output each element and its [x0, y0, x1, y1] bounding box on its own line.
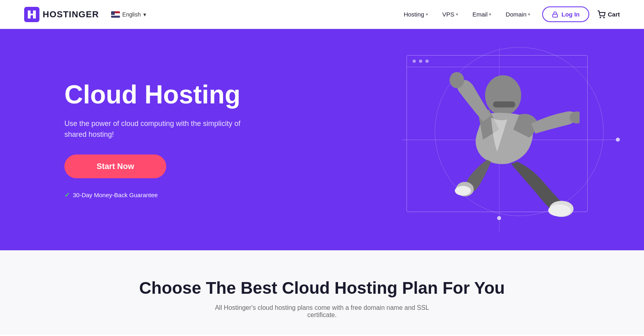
person-illustration [411, 59, 580, 240]
nav-link-domain[interactable]: Domain ▾ [506, 11, 530, 18]
navbar: HOSTINGER English ▾ Hosting ▾ VPS ▾ Emai… [0, 0, 644, 29]
logo-link[interactable]: HOSTINGER [24, 7, 99, 22]
hero-content: Cloud Hosting Use the power of cloud com… [64, 80, 250, 199]
plans-title: Choose The Best Cloud Hosting Plan For Y… [24, 278, 620, 298]
nav-links: Hosting ▾ VPS ▾ Email ▾ Domain ▾ [404, 11, 530, 18]
login-button[interactable]: Log In [542, 6, 589, 22]
vps-chevron-icon: ▾ [456, 12, 458, 16]
nav-link-vps[interactable]: VPS ▾ [442, 11, 458, 18]
lock-icon [552, 11, 558, 18]
nav-link-email[interactable]: Email ▾ [473, 11, 491, 18]
svg-point-5 [450, 72, 464, 88]
guarantee-label: 30-Day Money-Back Guarantee [73, 192, 158, 198]
svg-point-10 [455, 186, 471, 196]
email-chevron-icon: ▾ [489, 12, 491, 16]
svg-point-2 [604, 17, 605, 18]
hero-graphic [386, 47, 612, 232]
nav-actions: Log In Cart [542, 6, 620, 22]
svg-point-9 [548, 204, 571, 216]
cart-label: Cart [608, 11, 620, 18]
logo-text: HOSTINGER [43, 9, 99, 20]
cart-icon [597, 10, 605, 19]
jumping-person-svg [411, 59, 580, 250]
hosting-chevron-icon: ▾ [426, 12, 428, 16]
plans-subtitle: All Hostinger's cloud hosting plans come… [201, 304, 443, 319]
svg-point-1 [600, 17, 601, 18]
login-label: Log In [561, 11, 580, 18]
checkmark-icon: ✓ [64, 191, 70, 199]
plans-section: Choose The Best Cloud Hosting Plan For Y… [0, 250, 644, 335]
svg-rect-0 [553, 14, 557, 17]
svg-point-3 [485, 75, 521, 115]
cart-button[interactable]: Cart [597, 10, 620, 19]
lang-chevron-icon: ▾ [143, 11, 146, 18]
guarantee-text-block: ✓ 30-Day Money-Back Guarantee [64, 191, 250, 199]
svg-rect-4 [493, 101, 515, 107]
language-selector[interactable]: English ▾ [111, 11, 146, 18]
hero-subtitle: Use the power of cloud computing with th… [64, 118, 250, 140]
hero-cta-block: Start Now [64, 155, 250, 186]
logo-icon [24, 7, 39, 22]
language-label: English [122, 11, 141, 18]
hero-section: Cloud Hosting Use the power of cloud com… [0, 29, 644, 250]
domain-chevron-icon: ▾ [528, 12, 530, 16]
hline-dot [616, 138, 620, 142]
flag-icon [111, 11, 120, 18]
hero-title: Cloud Hosting [64, 80, 250, 109]
start-now-button[interactable]: Start Now [64, 155, 166, 178]
nav-link-hosting[interactable]: Hosting ▾ [404, 11, 428, 18]
